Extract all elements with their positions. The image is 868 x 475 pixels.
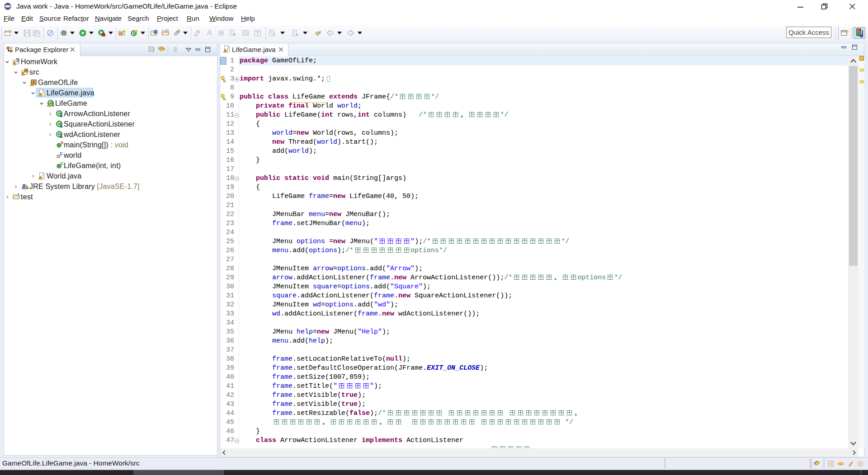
svg-text:F: F (60, 152, 63, 157)
svg-text:C: C (61, 162, 64, 166)
svg-text:S: S (61, 141, 63, 145)
